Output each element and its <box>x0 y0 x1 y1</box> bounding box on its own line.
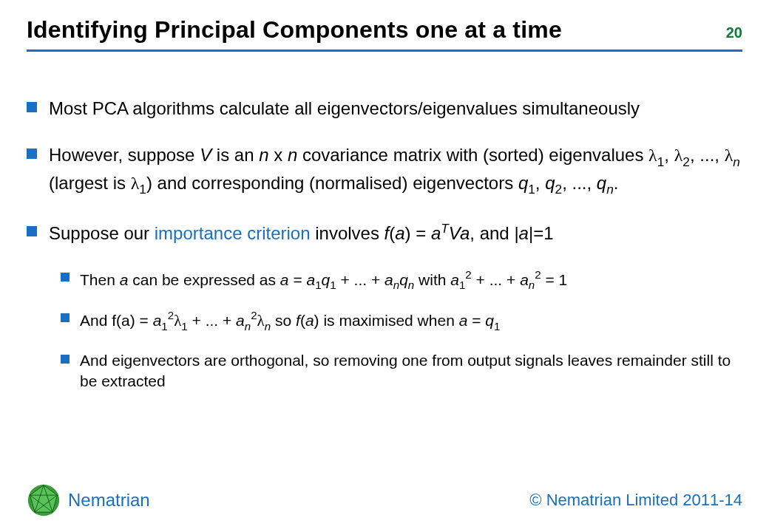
var-a: a <box>280 271 289 288</box>
text: Then <box>80 271 120 288</box>
text: can be expressed as <box>128 271 280 288</box>
text: ) <box>314 312 319 329</box>
footer-copyright: © Nematrian Limited 2011-14 <box>529 491 742 510</box>
bullet-3b: And f(a) = a12λ1 + ... + an2λn so f(a) i… <box>61 309 742 334</box>
bullet-square-icon <box>61 313 70 322</box>
subscript-1: 1 <box>528 182 535 197</box>
subscript-2: 2 <box>555 182 563 197</box>
var-n: n <box>259 145 268 165</box>
footer-left: Nematrian <box>27 483 150 517</box>
text: , ..., <box>690 145 725 165</box>
subscript-n: n <box>733 154 740 169</box>
title-row: Identifying Principal Components one at … <box>27 16 742 44</box>
subscript-n: n <box>529 279 535 291</box>
text: so <box>271 312 296 329</box>
slide-footer: Nematrian © Nematrian Limited 2011-14 <box>27 483 742 517</box>
text: = <box>467 312 485 329</box>
bullet-square-icon <box>27 226 37 236</box>
lambda: λ <box>174 312 181 330</box>
text: ( <box>300 312 305 329</box>
text: ) = <box>405 223 431 243</box>
var-a: a <box>395 223 404 243</box>
lambda: λ <box>648 146 657 165</box>
subscript-n: n <box>265 320 271 332</box>
superscript-2: 2 <box>535 268 541 281</box>
var-q: q <box>322 271 331 288</box>
var-Va: Va <box>449 223 470 243</box>
nematrian-logo-icon <box>27 483 61 517</box>
bullet-3: Suppose our importance criterion involve… <box>27 220 742 245</box>
subscript-1: 1 <box>161 320 167 332</box>
lambda: λ <box>725 146 734 165</box>
superscript-T: T <box>441 221 449 236</box>
superscript-2: 2 <box>465 268 471 281</box>
text: (largest is <box>49 173 131 193</box>
var-q: q <box>597 173 606 193</box>
lambda: λ <box>257 312 265 330</box>
var-a: a <box>306 271 315 288</box>
var-a: a <box>153 312 162 329</box>
subscript-1: 1 <box>181 320 187 332</box>
text: is maximised when <box>319 312 459 329</box>
text: + ... + <box>188 312 236 329</box>
slide-title: Identifying Principal Components one at … <box>27 16 562 44</box>
superscript-2: 2 <box>251 309 257 321</box>
subscript-1: 1 <box>330 279 336 291</box>
text: , and | <box>470 223 518 243</box>
subscript-1: 1 <box>657 154 665 169</box>
var-a: a <box>520 271 529 288</box>
bullet-square-icon <box>27 149 37 159</box>
subscript-1: 1 <box>315 279 321 291</box>
subscript-n: n <box>245 320 251 332</box>
bullet-2-text: However, suppose V is an n x n covarianc… <box>49 143 742 198</box>
bullet-square-icon <box>61 355 70 364</box>
text: + ... + <box>336 271 384 288</box>
bullet-3c-text: And eigenvectors are orthogonal, so remo… <box>80 350 742 392</box>
subscript-1: 1 <box>494 320 500 332</box>
bullet-3b-text: And f(a) = a12λ1 + ... + an2λn so f(a) i… <box>80 309 500 334</box>
text: , <box>535 173 545 193</box>
subscript-n: n <box>393 279 399 291</box>
text: However, suppose <box>49 145 200 165</box>
text: x <box>269 145 288 165</box>
link-importance-criterion[interactable]: importance criterion <box>155 223 311 243</box>
title-underline <box>27 50 742 52</box>
text: . <box>614 173 619 193</box>
slide-header: Identifying Principal Components one at … <box>27 16 742 52</box>
lambda: λ <box>131 174 140 193</box>
var-n: n <box>288 145 297 165</box>
text: , <box>664 145 674 165</box>
bullet-3a-text: Then a can be expressed as a = a1q1 + ..… <box>80 268 567 293</box>
bullet-2: However, suppose V is an n x n covarianc… <box>27 143 742 198</box>
bullet-square-icon <box>27 102 37 112</box>
text: = <box>289 271 307 288</box>
text: is an <box>211 145 259 165</box>
page-number: 20 <box>726 24 742 41</box>
var-a: a <box>236 312 245 329</box>
text: , ..., <box>562 173 597 193</box>
subscript-n: n <box>606 182 614 197</box>
var-q: q <box>399 271 408 288</box>
var-a: a <box>384 271 393 288</box>
text: + ... + <box>472 271 520 288</box>
text: |=1 <box>529 223 554 243</box>
subscript-n: n <box>408 279 414 291</box>
text: Suppose our <box>49 223 155 243</box>
bullet-1-text: Most PCA algorithms calculate all eigenv… <box>49 96 640 120</box>
var-a: a <box>305 312 314 329</box>
bullet-3a: Then a can be expressed as a = a1q1 + ..… <box>61 268 742 293</box>
var-a: a <box>120 271 129 288</box>
slide: Identifying Principal Components one at … <box>0 0 769 532</box>
bullet-3c: And eigenvectors are orthogonal, so remo… <box>61 350 742 392</box>
superscript-2: 2 <box>168 309 174 321</box>
text: ) and corresponding (normalised) eigenve… <box>146 173 518 193</box>
subscript-2: 2 <box>682 154 690 169</box>
var-a: a <box>431 223 441 243</box>
var-V: V <box>200 145 211 165</box>
text: And f(a) = <box>80 312 153 329</box>
lambda: λ <box>674 146 683 165</box>
var-a: a <box>519 223 529 243</box>
subscript-1: 1 <box>139 182 146 197</box>
var-q: q <box>485 312 494 329</box>
bullet-3-text: Suppose our importance criterion involve… <box>49 220 554 245</box>
